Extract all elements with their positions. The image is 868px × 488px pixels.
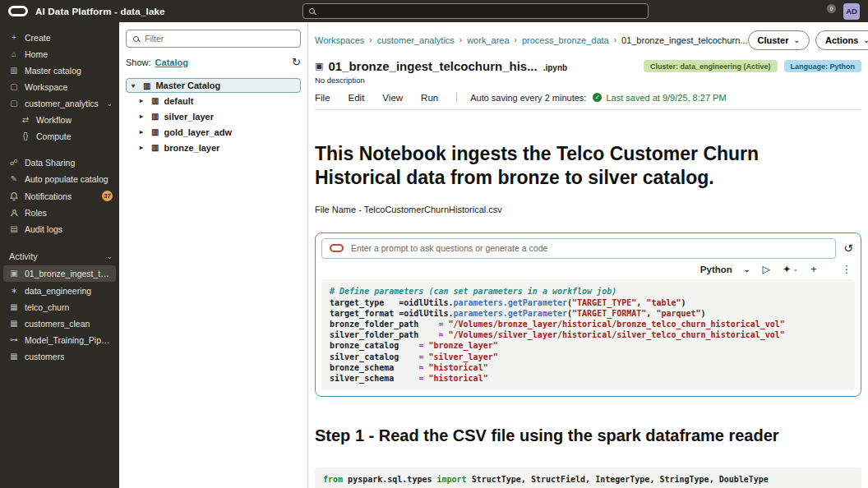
triangle-right-icon: ▸ <box>140 144 146 151</box>
workspace-icon: ▢ <box>9 99 19 108</box>
tree-node-label: gold_layer_adw <box>164 127 232 137</box>
triangle-right-icon: ▸ <box>140 97 146 104</box>
sidebar-item-label: Data Sharing <box>25 158 75 168</box>
code-editor[interactable]: # Define parameters (can set parameters … <box>321 279 855 390</box>
markdown-heading: This Notebook ingests the Telco Customer… <box>315 142 801 191</box>
history-icon[interactable]: ↺ <box>843 242 853 254</box>
breadcrumb-item[interactable]: work_area <box>467 35 509 45</box>
ai-prompt-box[interactable] <box>321 238 836 259</box>
catalog-tree: ▾ ▥ Master Catalog ▸▥default▸▥silver_lay… <box>126 78 301 155</box>
cell-more-menu[interactable]: ⋮ <box>842 265 852 275</box>
sidebar-item-customer-analytics[interactable]: ▢customer_analytics⌄ <box>0 95 119 112</box>
chevron-down-icon: ⌄ <box>106 252 113 260</box>
sidebar-item-label: Notifications <box>25 191 72 201</box>
ai-prompt-input[interactable] <box>351 243 828 253</box>
menu-edit[interactable]: Edit <box>349 93 365 103</box>
breadcrumb-item[interactable]: customer_analytics <box>377 35 455 45</box>
refresh-icon[interactable]: ↻ <box>292 57 301 67</box>
notification-count-badge: 37 <box>102 191 113 201</box>
sidebar-item-workspace[interactable]: ▢Workspace <box>0 79 119 95</box>
code-line: from pyspark.sql.types import StructType… <box>323 474 853 485</box>
tree-node-default[interactable]: ▸▥default <box>126 93 301 108</box>
tree-node-bronze-layer[interactable]: ▸▥bronze_layer <box>126 140 301 155</box>
code-line: silver_catalog = "silver_layer" <box>330 352 847 362</box>
language-dropdown[interactable]: Python ⌄ <box>700 265 750 274</box>
tree-node-gold-layer-adw[interactable]: ▸▥gold_layer_adw <box>126 124 301 140</box>
sidebar-item-roles[interactable]: Roles <box>0 205 119 221</box>
sidebar-item-label: Create <box>25 33 51 43</box>
sidebar-item-label: Master catalog <box>25 66 81 76</box>
filter-box[interactable] <box>126 30 301 48</box>
catalog-link[interactable]: Catalog <box>155 58 188 67</box>
activity-item-customers-clean[interactable]: ▦customers_clean <box>0 315 119 332</box>
sidebar-item-master-catalog[interactable]: ▥Master catalog <box>0 62 119 79</box>
tree-node-label: bronze_layer <box>164 143 219 153</box>
activity-item-01-bronze-ingest[interactable]: ▣01_bronze_ingest_tel... <box>3 265 116 282</box>
breadcrumb-separator: › <box>614 35 616 44</box>
activity-list: ▣01_bronze_ingest_tel...∗data_engineerin… <box>0 265 119 365</box>
language-badge: Language: Python <box>784 60 862 72</box>
sidebar-item-notifications[interactable]: Notifications37 <box>0 187 119 205</box>
sidebar-item-label: Workspace <box>25 82 67 92</box>
sidebar-item-label: Home <box>25 49 48 59</box>
activity-item-label: customers <box>25 352 64 361</box>
tree-node-silver-layer[interactable]: ▸▥silver_layer <box>126 108 301 124</box>
notebook-description: No description <box>315 76 861 85</box>
workflow-icon: ⇄ <box>21 116 30 124</box>
activity-item-telco-churn[interactable]: ▦telco_churn <box>0 299 119 315</box>
breadcrumb-separator: › <box>459 35 462 44</box>
activity-item-label: data_engineering <box>25 286 91 296</box>
filter-input[interactable] <box>145 34 293 44</box>
tree-node-master-catalog[interactable]: ▾ ▥ Master Catalog <box>126 78 301 93</box>
sidebar-item-workflow[interactable]: ⇄Workflow <box>0 112 119 128</box>
sidebar-item-data-sharing[interactable]: ☍Data Sharing <box>0 154 119 171</box>
breadcrumb-item[interactable]: process_bronze_data <box>522 35 609 45</box>
sidebar-item-create[interactable]: +Create <box>0 30 119 46</box>
code-block-import[interactable]: from pyspark.sql.types import StructType… <box>315 467 861 488</box>
activity-item-customers[interactable]: ▦customers <box>0 348 119 365</box>
notebook-menubar: FileEditViewRun Auto saving every 2 minu… <box>315 92 861 110</box>
global-search[interactable] <box>302 3 649 19</box>
breadcrumb-separator: › <box>515 35 517 44</box>
code-line: # Define parameters (can set parameters … <box>330 286 847 297</box>
sparkle-icon: ✦ <box>783 265 791 275</box>
global-search-input[interactable] <box>320 7 642 16</box>
table-icon: ▦ <box>9 320 19 328</box>
home-icon: ⌂ <box>9 50 19 58</box>
activity-item-label: telco_churn <box>25 302 69 312</box>
actions-dropdown[interactable]: Actions ⌄ <box>815 30 868 50</box>
auto-populate-icon: ✎ <box>9 175 19 183</box>
cluster-dropdown[interactable]: Cluster ⌄ <box>748 30 810 50</box>
activity-item-data-engineering[interactable]: ∗data_engineering <box>0 283 119 299</box>
tree-node-label: silver_layer <box>164 112 214 122</box>
menu-view[interactable]: View <box>382 93 403 103</box>
breadcrumb-separator: › <box>369 35 372 44</box>
sidebar-item-compute[interactable]: {}Compute <box>0 128 119 145</box>
add-cell-button[interactable]: + <box>810 265 816 275</box>
sidebar-item-label: Compute <box>36 131 72 141</box>
schema-book-icon: ▥ <box>151 143 159 152</box>
breadcrumb: Workspaces›customer_analytics›work_area›… <box>315 35 748 45</box>
sidebar-item-audit-logs[interactable]: ▤Audit logs <box>0 221 119 237</box>
cluster-icon: ∗ <box>9 287 19 295</box>
activity-label: Activity <box>9 251 38 261</box>
breadcrumb-item[interactable]: Workspaces <box>315 35 364 45</box>
code-line: bronze_folder_path = "/Volumes/bronze_la… <box>330 319 847 329</box>
code-line: silver_schema = "historical" <box>330 373 847 384</box>
notebook-extension: .ipynb <box>543 61 567 72</box>
sidebar-item-home[interactable]: ⌂Home <box>0 46 119 62</box>
sidebar-item-auto-populate-catalog[interactable]: ✎Auto populate catalog <box>0 171 119 187</box>
run-cell-button[interactable]: ▷ <box>762 265 770 275</box>
menu-file[interactable]: File <box>315 93 330 103</box>
tree-node-label: default <box>164 96 193 106</box>
menu-items: FileEditViewRun <box>315 93 456 103</box>
ai-sparkle-button[interactable]: ✦ ⌄ <box>783 265 798 275</box>
breadcrumb-item: 01_bronze_ingest_telcochurn... <box>621 35 748 45</box>
triangle-right-icon: ▸ <box>140 128 146 136</box>
activity-item-model-training-pipeline[interactable]: ⊶Model_Training_Pipel... <box>0 332 119 348</box>
avatar[interactable]: AD <box>843 3 860 20</box>
code-line: target_type =oidlUtils.parameters.getPar… <box>330 297 847 308</box>
activity-section-header[interactable]: Activity ⌄ <box>0 248 119 265</box>
person-icon <box>9 209 19 218</box>
menu-run[interactable]: Run <box>421 93 438 103</box>
